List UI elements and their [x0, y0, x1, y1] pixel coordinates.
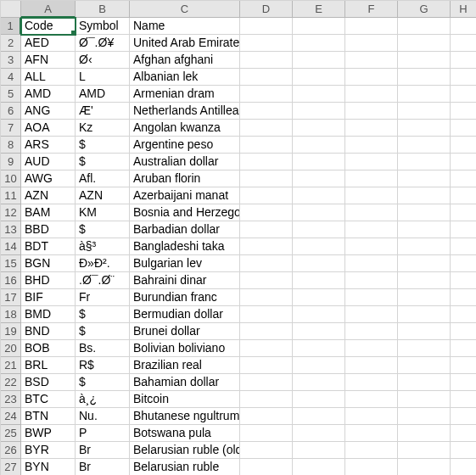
- cell-H6[interactable]: [451, 103, 476, 120]
- row-header-3[interactable]: 3: [1, 52, 21, 69]
- col-header-D[interactable]: D: [240, 1, 293, 18]
- cell-F24[interactable]: [345, 408, 398, 425]
- row-header-8[interactable]: 8: [1, 137, 21, 154]
- row-header-4[interactable]: 4: [1, 69, 21, 86]
- cell-E23[interactable]: [293, 391, 345, 408]
- cell-B2[interactable]: Ø¯.Ø¥: [76, 35, 130, 52]
- cell-D19[interactable]: [240, 323, 293, 340]
- cell-H20[interactable]: [451, 340, 476, 357]
- cell-G7[interactable]: [398, 120, 451, 137]
- cell-E3[interactable]: [293, 52, 345, 69]
- row-header-1[interactable]: 1: [1, 18, 21, 35]
- cell-G17[interactable]: [398, 289, 451, 306]
- col-header-E[interactable]: E: [293, 1, 345, 18]
- cell-D5[interactable]: [240, 86, 293, 103]
- cell-B8[interactable]: $: [76, 137, 130, 154]
- row-header-22[interactable]: 22: [1, 374, 21, 391]
- cell-C17[interactable]: Burundian franc: [130, 289, 240, 306]
- cell-E19[interactable]: [293, 323, 345, 340]
- cell-B16[interactable]: .Ø¯.Ø¨: [76, 272, 130, 289]
- cell-D18[interactable]: [240, 306, 293, 323]
- row-header-17[interactable]: 17: [1, 289, 21, 306]
- cell-C6[interactable]: Netherlands Antillean gu: [130, 103, 240, 120]
- row-header-19[interactable]: 19: [1, 323, 21, 340]
- row-header-18[interactable]: 18: [1, 306, 21, 323]
- cell-H15[interactable]: [451, 255, 476, 272]
- cell-G20[interactable]: [398, 340, 451, 357]
- cell-D13[interactable]: [240, 221, 293, 238]
- row-header-24[interactable]: 24: [1, 408, 21, 425]
- cell-C7[interactable]: Angolan kwanza: [130, 120, 240, 137]
- cell-A6[interactable]: ANG: [21, 103, 76, 120]
- cell-E26[interactable]: [293, 442, 345, 459]
- cell-G9[interactable]: [398, 154, 451, 170]
- cell-F25[interactable]: [345, 425, 398, 442]
- cell-G2[interactable]: [398, 35, 451, 52]
- cell-G6[interactable]: [398, 103, 451, 120]
- cell-A17[interactable]: BIF: [21, 289, 76, 306]
- cell-D27[interactable]: [240, 459, 293, 475]
- cell-E10[interactable]: [293, 170, 345, 187]
- cell-B4[interactable]: L: [76, 69, 130, 86]
- cell-C3[interactable]: Afghan afghani: [130, 52, 240, 69]
- cell-A23[interactable]: BTC: [21, 391, 76, 408]
- cell-B15[interactable]: Ð»Ð².: [76, 255, 130, 272]
- cell-H8[interactable]: [451, 137, 476, 154]
- col-header-F[interactable]: F: [345, 1, 398, 18]
- cell-B12[interactable]: KM: [76, 204, 130, 221]
- cell-D24[interactable]: [240, 408, 293, 425]
- cell-A27[interactable]: BYN: [21, 459, 76, 475]
- cell-E12[interactable]: [293, 204, 345, 221]
- cell-E14[interactable]: [293, 238, 345, 255]
- cell-A8[interactable]: ARS: [21, 137, 76, 154]
- cell-E1[interactable]: [293, 18, 345, 35]
- cell-F26[interactable]: [345, 442, 398, 459]
- cell-E7[interactable]: [293, 120, 345, 137]
- row-header-25[interactable]: 25: [1, 425, 21, 442]
- cell-G12[interactable]: [398, 204, 451, 221]
- row-header-13[interactable]: 13: [1, 221, 21, 238]
- cell-G24[interactable]: [398, 408, 451, 425]
- cell-F10[interactable]: [345, 170, 398, 187]
- cell-C20[interactable]: Bolivian boliviano: [130, 340, 240, 357]
- cell-F19[interactable]: [345, 323, 398, 340]
- cell-B3[interactable]: Ø‹: [76, 52, 130, 69]
- cell-H18[interactable]: [451, 306, 476, 323]
- row-header-5[interactable]: 5: [1, 86, 21, 103]
- cell-F27[interactable]: [345, 459, 398, 475]
- cell-H21[interactable]: [451, 357, 476, 374]
- cell-F16[interactable]: [345, 272, 398, 289]
- cell-A11[interactable]: AZN: [21, 187, 76, 204]
- cell-H26[interactable]: [451, 442, 476, 459]
- cell-C16[interactable]: Bahraini dinar: [130, 272, 240, 289]
- cell-D16[interactable]: [240, 272, 293, 289]
- cell-A19[interactable]: BND: [21, 323, 76, 340]
- cell-C13[interactable]: Barbadian dollar: [130, 221, 240, 238]
- cell-E15[interactable]: [293, 255, 345, 272]
- cell-F14[interactable]: [345, 238, 398, 255]
- cell-D9[interactable]: [240, 154, 293, 170]
- cell-H16[interactable]: [451, 272, 476, 289]
- cell-E2[interactable]: [293, 35, 345, 52]
- cell-B18[interactable]: $: [76, 306, 130, 323]
- cell-A21[interactable]: BRL: [21, 357, 76, 374]
- cell-A14[interactable]: BDT: [21, 238, 76, 255]
- row-header-6[interactable]: 6: [1, 103, 21, 120]
- cell-B9[interactable]: $: [76, 154, 130, 170]
- cell-B13[interactable]: $: [76, 221, 130, 238]
- cell-D25[interactable]: [240, 425, 293, 442]
- cell-B7[interactable]: Kz: [76, 120, 130, 137]
- cell-D4[interactable]: [240, 69, 293, 86]
- cell-A3[interactable]: AFN: [21, 52, 76, 69]
- row-header-21[interactable]: 21: [1, 357, 21, 374]
- cell-G22[interactable]: [398, 374, 451, 391]
- cell-A1[interactable]: Code: [21, 18, 76, 35]
- cell-H4[interactable]: [451, 69, 476, 86]
- cell-D20[interactable]: [240, 340, 293, 357]
- cell-D3[interactable]: [240, 52, 293, 69]
- cell-H3[interactable]: [451, 52, 476, 69]
- cell-C21[interactable]: Brazilian real: [130, 357, 240, 374]
- cell-C19[interactable]: Brunei dollar: [130, 323, 240, 340]
- cell-B14[interactable]: à§³: [76, 238, 130, 255]
- cell-A2[interactable]: AED: [21, 35, 76, 52]
